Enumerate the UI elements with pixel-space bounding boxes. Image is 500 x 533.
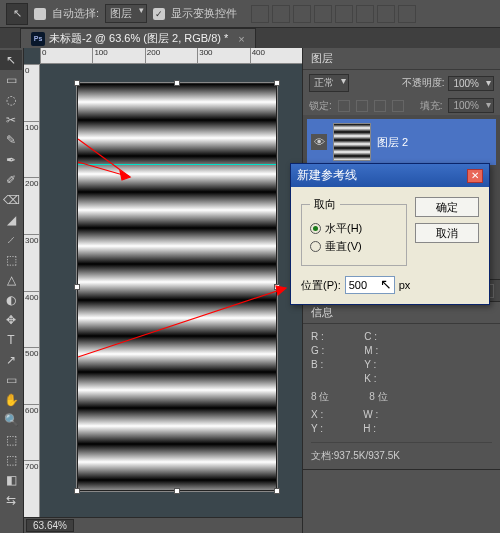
radio-horizontal-label[interactable]: 水平(H) <box>325 221 362 236</box>
tool-button[interactable]: ◧ <box>0 470 22 490</box>
layer-content <box>78 84 276 490</box>
tool-button[interactable]: ◢ <box>0 210 22 230</box>
info-g: G : <box>311 344 324 358</box>
blend-mode-dropdown[interactable]: 正常 <box>309 74 349 92</box>
info-b: B : <box>311 358 324 372</box>
auto-select-label: 自动选择: <box>52 6 99 21</box>
align-btn[interactable] <box>356 5 374 23</box>
orientation-legend: 取向 <box>310 197 340 212</box>
position-label: 位置(P): <box>301 278 341 293</box>
tool-button[interactable]: ✥ <box>0 310 22 330</box>
document-tab-strip: Ps 未标题-2 @ 63.6% (图层 2, RGB/8) * × <box>0 28 500 48</box>
opacity-label: 不透明度: <box>402 76 445 90</box>
info-w: W : <box>363 408 378 422</box>
dialog-titlebar[interactable]: 新建参考线 ✕ <box>291 164 489 187</box>
tool-button[interactable]: ⌫ <box>0 190 22 210</box>
info-y2: Y : <box>311 422 323 436</box>
auto-select-checkbox[interactable] <box>34 8 46 20</box>
info-r: R : <box>311 330 324 344</box>
align-btn[interactable] <box>251 5 269 23</box>
ruler-horizontal[interactable]: 0100200300400 <box>40 48 302 64</box>
tool-button[interactable]: ✐ <box>0 170 22 190</box>
ruler-vertical[interactable]: 0100200300400500600700 <box>24 64 40 517</box>
tool-button[interactable]: ⬚ <box>0 430 22 450</box>
new-guide-dialog: 新建参考线 ✕ 取向 水平(H) 垂直(V) 确定 取消 位置(P): px <box>290 163 490 305</box>
options-bar: ↖ 自动选择: 图层 ✓ 显示变换控件 <box>0 0 500 28</box>
position-unit: px <box>399 279 411 291</box>
ps-icon: Ps <box>31 32 45 46</box>
info-docsize: 文档:937.5K/937.5K <box>311 449 492 463</box>
tool-button[interactable]: ◌ <box>0 90 22 110</box>
tool-button[interactable]: 🔍 <box>0 410 22 430</box>
tool-button[interactable]: ⟋ <box>0 230 22 250</box>
tool-button[interactable]: ▭ <box>0 370 22 390</box>
move-tool-icon: ↖ <box>6 3 28 25</box>
info-c: C : <box>364 330 378 344</box>
fill-label: 填充: <box>420 99 443 113</box>
tool-button[interactable]: ✎ <box>0 130 22 150</box>
lock-pixels-icon[interactable] <box>356 100 368 112</box>
layer-thumbnail[interactable] <box>333 123 371 161</box>
layers-panel-tab[interactable]: 图层 <box>303 48 500 70</box>
align-buttons <box>251 5 416 23</box>
lock-all-icon[interactable] <box>392 100 404 112</box>
align-btn[interactable] <box>314 5 332 23</box>
opacity-value[interactable]: 100% <box>448 76 494 91</box>
info-bits-2: 8 位 <box>369 390 387 404</box>
transform-controls-label: 显示变换控件 <box>171 6 237 21</box>
tool-button[interactable]: ✋ <box>0 390 22 410</box>
lock-position-icon[interactable] <box>374 100 386 112</box>
radio-vertical[interactable] <box>310 241 321 252</box>
radio-horizontal[interactable] <box>310 223 321 234</box>
tool-button[interactable]: ✂ <box>0 110 22 130</box>
align-btn[interactable] <box>293 5 311 23</box>
lock-transparency-icon[interactable] <box>338 100 350 112</box>
guide-line[interactable] <box>78 164 276 165</box>
svg-marker-4 <box>276 286 286 295</box>
tool-button[interactable]: ⇆ <box>0 490 22 510</box>
fill-value[interactable]: 100% <box>448 98 494 113</box>
transform-controls-checkbox[interactable]: ✓ <box>153 8 165 20</box>
document-tab[interactable]: Ps 未标题-2 @ 63.6% (图层 2, RGB/8) * × <box>20 28 256 48</box>
tool-button[interactable]: ▭ <box>0 70 22 90</box>
zoom-level[interactable]: 63.64% <box>26 519 74 532</box>
info-m: M : <box>364 344 378 358</box>
ok-button[interactable]: 确定 <box>415 197 479 217</box>
align-btn[interactable] <box>335 5 353 23</box>
align-btn[interactable] <box>398 5 416 23</box>
canvas-viewport[interactable] <box>40 64 302 517</box>
info-panel: 信息 R : G : B : C : M : Y : K : <box>303 302 500 470</box>
dialog-close-button[interactable]: ✕ <box>467 169 483 183</box>
tool-button[interactable]: ↖ <box>0 50 22 70</box>
info-panel-tab[interactable]: 信息 <box>303 302 500 324</box>
auto-select-target-dropdown[interactable]: 图层 <box>105 4 147 23</box>
info-k: K : <box>364 372 378 386</box>
layer-row[interactable]: 👁 图层 2 <box>307 119 496 165</box>
align-btn[interactable] <box>272 5 290 23</box>
canvas-region: 0100200300400 0100200300400500600700 63.… <box>24 48 302 533</box>
visibility-eye-icon[interactable]: 👁 <box>311 134 327 150</box>
tool-button[interactable]: T <box>0 330 22 350</box>
cancel-button[interactable]: 取消 <box>415 223 479 243</box>
tool-button[interactable]: ◐ <box>0 290 22 310</box>
artboard[interactable] <box>78 84 276 490</box>
status-bar: 63.64% <box>24 517 302 533</box>
info-y: Y : <box>364 358 378 372</box>
radio-vertical-label[interactable]: 垂直(V) <box>325 239 362 254</box>
info-x: X : <box>311 408 323 422</box>
position-input[interactable] <box>345 276 395 294</box>
lock-label: 锁定: <box>309 99 332 113</box>
tool-button[interactable]: ✒ <box>0 150 22 170</box>
layer-list: 👁 图层 2 <box>303 115 500 169</box>
layer-name[interactable]: 图层 2 <box>377 135 408 150</box>
info-h: H : <box>363 422 378 436</box>
tool-button[interactable]: ↗ <box>0 350 22 370</box>
info-bits-1: 8 位 <box>311 390 329 404</box>
close-icon[interactable]: × <box>238 33 244 45</box>
dialog-title-text: 新建参考线 <box>297 167 357 184</box>
toolbox: ↖▭◌✂✎✒✐⌫◢⟋⬚△◐✥T↗▭✋🔍⬚⬚◧⇆ <box>0 48 24 533</box>
tool-button[interactable]: △ <box>0 270 22 290</box>
align-btn[interactable] <box>377 5 395 23</box>
tool-button[interactable]: ⬚ <box>0 450 22 470</box>
tool-button[interactable]: ⬚ <box>0 250 22 270</box>
